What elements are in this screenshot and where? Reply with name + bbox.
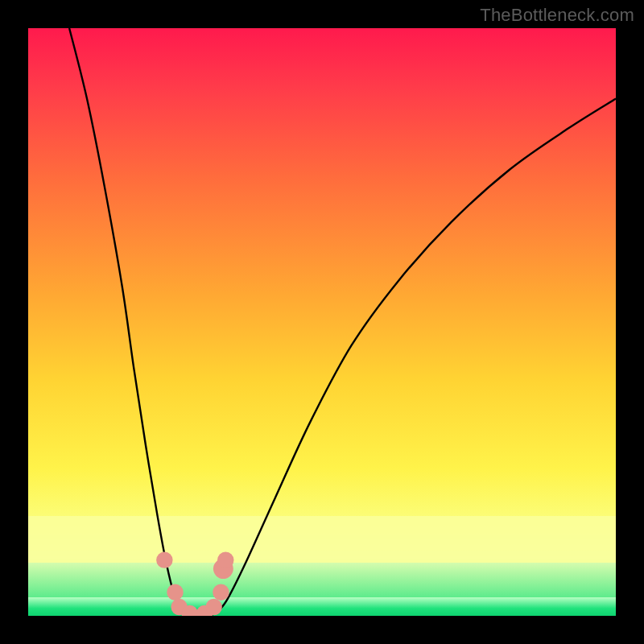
watermark-text: TheBottleneck.com (480, 5, 634, 26)
data-marker (167, 584, 183, 601)
plot-area (28, 28, 616, 616)
data-marker (217, 551, 233, 568)
curve-right-branch (210, 99, 616, 616)
data-marker (205, 599, 221, 615)
data-marker (213, 584, 229, 601)
curve-left-branch (69, 28, 187, 616)
data-marker (156, 551, 172, 568)
chart-frame: TheBottleneck.com (0, 0, 644, 644)
chart-svg (28, 28, 616, 616)
